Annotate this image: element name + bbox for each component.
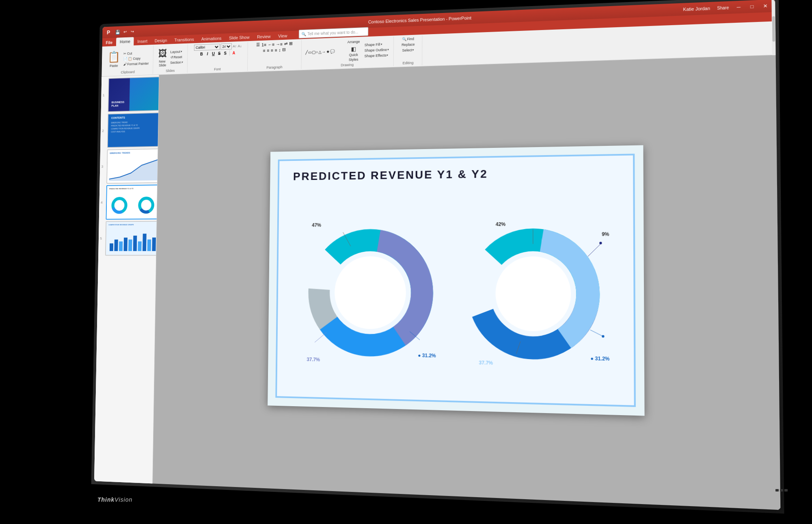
underline-button[interactable]: U	[211, 51, 216, 56]
ribbon-group-drawing: ╱ ▭ ▢ ○ △ → ★ 💬 Arrange	[302, 37, 394, 69]
slide-thumb-3[interactable]: EMERGING TRENDS	[106, 148, 159, 184]
triangle-shape[interactable]: △	[318, 50, 322, 54]
slide-thumb-4[interactable]: PREDICTED REVENUE Y1 & Y2	[106, 184, 160, 219]
font-color-button[interactable]: A	[231, 50, 236, 56]
canvas-area: PREDICTED REVENUE Y1 & Y2	[153, 55, 780, 510]
section-button[interactable]: Section▾	[169, 60, 184, 65]
paste-button[interactable]: 📋 Paste	[106, 50, 122, 69]
callout-shape[interactable]: 💬	[330, 49, 335, 54]
close-button[interactable]: ✕	[759, 2, 772, 11]
font-size-select[interactable]: 24	[220, 43, 232, 50]
increase-indent-button[interactable]: →≡	[276, 41, 283, 46]
copy-button[interactable]: 📄📋 Copy	[122, 56, 150, 61]
slide-thumb-2[interactable]: CONTENTS EMERGING TRENDPREDICTED REVENUE…	[107, 113, 159, 148]
ribbon-group-paragraph: ☰ 1≡ ←≡ →≡ ⇌ ⊞ ≡ ≡ ≡ ≡ ↕	[248, 40, 301, 71]
format-painter-button[interactable]: 🖌Format Painter	[122, 61, 150, 67]
slide-canvas[interactable]: PREDICTED REVENUE Y1 & Y2	[268, 145, 644, 416]
svg-rect-13	[147, 240, 151, 251]
new-slide-button[interactable]: 🖼 New Slide	[157, 47, 168, 68]
slide-panel: 1 BUSINESSPLAN 2 CONT	[94, 75, 159, 483]
line-shape[interactable]: ╱	[305, 50, 308, 55]
strikethrough-button[interactable]: S	[217, 50, 222, 56]
align-left-button[interactable]: ≡	[263, 48, 265, 53]
svg-point-19	[334, 256, 406, 329]
monitor-bezel: P 💾 ↩ ↪ Contoso Electronics Sales Presen…	[94, 0, 780, 510]
cut-button[interactable]: ✂Cut	[122, 50, 150, 56]
quick-access-toolbar: 💾 ↩ ↪	[114, 28, 136, 36]
tab-file[interactable]: File	[102, 39, 117, 47]
slide-item-1: 1 BUSINESSPLAN	[102, 76, 157, 112]
chart1-label-377: 37.7%	[307, 357, 320, 362]
minimize-button[interactable]: ─	[732, 3, 745, 12]
line-spacing-button[interactable]: ↕	[279, 48, 281, 52]
decrease-font-button[interactable]: A↓	[238, 44, 242, 48]
shape-outline-button[interactable]: Shape Outline▾	[363, 47, 390, 53]
save-qat-button[interactable]: 💾	[114, 28, 121, 35]
circle-shape[interactable]: ○	[315, 50, 318, 54]
redo-qat-button[interactable]: ↪	[129, 28, 135, 35]
connector-1	[775, 489, 779, 492]
think-text: Think	[97, 496, 114, 503]
rounded-rect-shape[interactable]: ▢	[312, 50, 315, 54]
replace-button[interactable]: Replace	[400, 42, 416, 47]
bullets-button[interactable]: ☰	[256, 42, 260, 48]
maximize-button[interactable]: □	[746, 2, 758, 11]
para-row2: ≡ ≡ ≡ ≡ ↕ ⊟	[263, 47, 286, 53]
shape-fill-button[interactable]: Shape Fill▾	[363, 41, 390, 47]
slides-label: Slides	[166, 69, 175, 73]
svg-rect-14	[152, 238, 156, 251]
reset-button[interactable]: ↺Reset	[169, 54, 184, 60]
layout-button[interactable]: Layout▾	[169, 49, 184, 54]
italic-button[interactable]: I	[205, 51, 210, 56]
notes-button[interactable]: NOTES	[119, 484, 132, 489]
slide-number-5: 5	[100, 236, 104, 240]
thumb4-chart1	[110, 194, 128, 217]
shape-effects-button[interactable]: Shape Effects▾	[363, 53, 390, 58]
thumb3-chart-svg	[109, 157, 160, 181]
charts-container: 47% ● 31.2% 37.7%	[287, 187, 623, 403]
slide-thumb-5[interactable]: COMPETITOR REVENUE GRAPH	[105, 221, 159, 256]
convert-smartart-button[interactable]: ⊞	[289, 41, 293, 46]
editing-label: Editing	[402, 61, 413, 65]
arrange-button[interactable]: Arrange	[346, 39, 361, 44]
rect-shape[interactable]: ▭	[308, 50, 311, 54]
find-button[interactable]: 🔍Find	[401, 37, 415, 42]
tab-home[interactable]: Home	[116, 37, 134, 46]
comments-button[interactable]: COMMENTS	[136, 485, 158, 490]
undo-qat-button[interactable]: ↩	[122, 28, 128, 35]
justify-button[interactable]: ≡	[275, 48, 277, 52]
star-shape[interactable]: ★	[326, 50, 330, 54]
numbering-button[interactable]: 1≡	[261, 42, 266, 47]
text-direction-button[interactable]: ⇌	[284, 41, 288, 46]
tab-design[interactable]: Design	[151, 37, 171, 45]
ribbon-group-font: Calibri 24 A↑ A↓ B I U S	[188, 42, 248, 73]
increase-font-button[interactable]: A↑	[233, 44, 237, 48]
title-bar-left: P 💾 ↩ ↪	[105, 28, 135, 36]
select-button[interactable]: Select▾	[401, 48, 415, 53]
editing-content: 🔍Find Replace Select▾	[400, 37, 416, 61]
tab-animations[interactable]: Animations	[198, 34, 225, 43]
columns-button[interactable]: ⊟	[282, 47, 286, 52]
align-right-button[interactable]: ≡	[271, 48, 273, 52]
arrow-shape[interactable]: →	[322, 50, 326, 54]
svg-rect-9	[128, 240, 132, 251]
svg-rect-7	[119, 241, 123, 251]
shadow-button[interactable]: S	[222, 50, 228, 56]
quick-styles-button[interactable]: ◧ Quick Styles	[346, 45, 361, 63]
tab-slideshow[interactable]: Slide Show	[225, 33, 253, 42]
bold-button[interactable]: B	[199, 51, 204, 57]
svg-rect-5	[110, 243, 113, 251]
tab-insert[interactable]: Insert	[134, 37, 151, 45]
share-button[interactable]: Share	[717, 5, 729, 11]
clipboard-label: Clipboard	[121, 70, 135, 74]
tab-review[interactable]: Review	[253, 32, 274, 41]
align-center-button[interactable]: ≡	[267, 48, 269, 53]
decrease-indent-button[interactable]: ←≡	[268, 42, 274, 47]
tab-transitions[interactable]: Transitions	[171, 35, 198, 44]
tab-view[interactable]: View	[274, 32, 291, 40]
slide-thumb-1[interactable]: BUSINESSPLAN	[108, 76, 159, 112]
user-name[interactable]: Katie Jordan	[683, 6, 710, 12]
svg-point-27	[495, 256, 571, 331]
font-family-select[interactable]: Calibri	[194, 44, 220, 51]
paragraph-content: ☰ 1≡ ←≡ →≡ ⇌ ⊞ ≡ ≡ ≡ ≡ ↕	[256, 41, 294, 66]
